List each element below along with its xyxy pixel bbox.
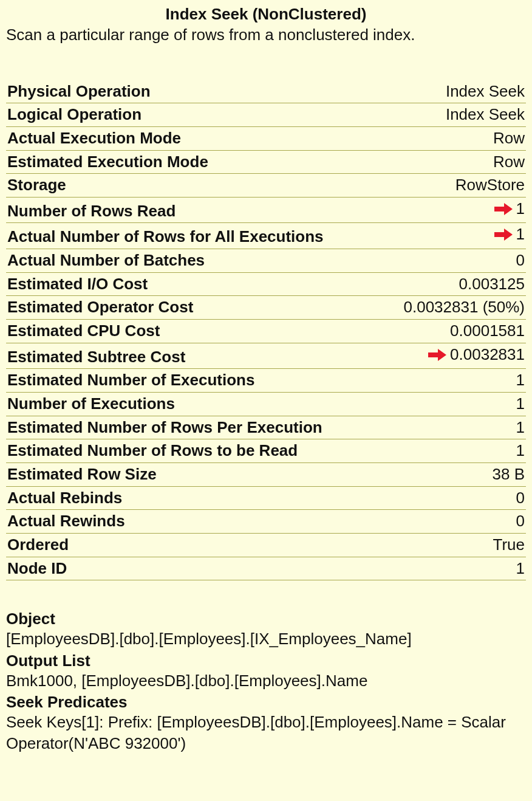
property-value-wrap: 0.003125 [459, 273, 525, 296]
property-label: Estimated Row Size [7, 463, 157, 486]
property-value-wrap: Index Seek [446, 80, 525, 103]
property-label: Estimated I/O Cost [7, 273, 148, 296]
property-row: Node ID1 [6, 557, 526, 581]
property-label: Estimated Number of Rows to be Read [7, 439, 298, 462]
property-row: Estimated Operator Cost0.0032831 (50%) [6, 296, 526, 320]
highlight-arrow-icon [427, 348, 448, 362]
operator-title: Index Seek (NonClustered) [6, 5, 526, 24]
section-label: Seek Predicates [6, 693, 526, 712]
property-row: Estimated Number of Rows Per Execution1 [6, 416, 526, 440]
property-value-wrap: Row [493, 127, 525, 150]
property-row: Number of Rows Read1 [6, 198, 526, 224]
property-label: Estimated CPU Cost [7, 320, 160, 343]
property-row: Actual Number of Batches0 [6, 249, 526, 273]
property-label: Ordered [7, 534, 69, 557]
highlight-arrow-icon [493, 202, 514, 216]
property-row: StorageRowStore [6, 174, 526, 198]
property-value-wrap: 0 [516, 487, 525, 510]
property-label: Estimated Number of Executions [7, 369, 254, 392]
property-value: 0.0001581 [450, 320, 525, 343]
property-value: Row [493, 127, 525, 150]
property-label: Estimated Execution Mode [7, 151, 208, 174]
property-rows: Physical OperationIndex SeekLogical Oper… [6, 80, 526, 581]
property-value-wrap: 0.0032831 (50%) [404, 296, 525, 319]
property-value-wrap: 1 [493, 198, 525, 221]
property-value-wrap: True [493, 534, 525, 557]
property-row: Physical OperationIndex Seek [6, 80, 526, 104]
property-value: 0.0032831 (50%) [404, 296, 525, 319]
detail-sections: Object[EmployeesDB].[dbo].[Employees].[I… [6, 610, 526, 754]
property-value-wrap: 1 [516, 439, 525, 462]
property-label: Actual Number of Rows for All Executions [7, 225, 324, 249]
property-value: 0.003125 [459, 273, 525, 296]
property-value-wrap: 0.0001581 [450, 320, 525, 343]
property-row: Estimated Number of Executions1 [6, 369, 526, 393]
property-value: 0 [516, 249, 525, 272]
property-value: 0 [516, 510, 525, 533]
property-label: Estimated Subtree Cost [7, 346, 185, 369]
property-value-wrap: 1 [516, 557, 525, 580]
property-row: Estimated I/O Cost0.003125 [6, 273, 526, 297]
property-row: Number of Executions1 [6, 393, 526, 416]
property-value-wrap: 0 [516, 249, 525, 272]
property-value-wrap: 1 [516, 393, 525, 416]
property-value: 1 [516, 416, 525, 439]
property-label: Estimated Operator Cost [7, 296, 193, 319]
property-value-wrap: Index Seek [446, 103, 525, 126]
section-label: Object [6, 610, 526, 628]
property-label: Actual Rebinds [7, 487, 122, 510]
property-value: 1 [516, 223, 525, 246]
property-value: 1 [516, 439, 525, 462]
section-value: [EmployeesDB].[dbo].[Employees].[IX_Empl… [6, 628, 526, 650]
property-value: True [493, 534, 525, 557]
property-value: 0 [516, 487, 525, 510]
property-label: Estimated Number of Rows Per Execution [7, 416, 322, 439]
tooltip-panel: Index Seek (NonClustered) Scan a particu… [0, 0, 532, 766]
property-row: Estimated Number of Rows to be Read1 [6, 439, 526, 463]
property-label: Actual Number of Batches [7, 249, 205, 272]
property-label: Number of Executions [7, 393, 175, 416]
property-label: Actual Rewinds [7, 510, 125, 533]
property-label: Storage [7, 174, 66, 197]
property-row: Estimated Row Size38 B [6, 463, 526, 487]
property-label: Node ID [7, 557, 67, 580]
property-row: Estimated Execution ModeRow [6, 151, 526, 174]
highlight-arrow-icon [493, 227, 514, 242]
property-value: 1 [516, 369, 525, 392]
property-value: Index Seek [446, 103, 525, 126]
property-value: 0.0032831 [450, 343, 525, 366]
property-value: Row [493, 151, 525, 174]
property-row: OrderedTrue [6, 534, 526, 557]
property-row: Estimated CPU Cost0.0001581 [6, 320, 526, 343]
property-label: Logical Operation [7, 103, 142, 126]
property-row: Actual Number of Rows for All Executions… [6, 223, 526, 249]
property-value: 1 [516, 557, 525, 580]
property-value-wrap: 1 [516, 416, 525, 439]
section-value: Seek Keys[1]: Prefix: [EmployeesDB].[dbo… [6, 712, 526, 754]
property-value: 1 [516, 198, 525, 221]
property-row: Estimated Subtree Cost0.0032831 [6, 343, 526, 370]
property-row: Actual Rewinds0 [6, 510, 526, 534]
property-value-wrap: 0 [516, 510, 525, 533]
section-label: Output List [6, 651, 526, 670]
property-value-wrap: 1 [516, 369, 525, 392]
property-value-wrap: 0.0032831 [427, 343, 525, 366]
property-value: 38 B [493, 463, 525, 486]
property-value-wrap: RowStore [455, 174, 525, 197]
property-value-wrap: 38 B [493, 463, 525, 486]
property-label: Actual Execution Mode [7, 127, 181, 150]
property-value: RowStore [455, 174, 525, 197]
property-row: Logical OperationIndex Seek [6, 103, 526, 127]
section-value: Bmk1000, [EmployeesDB].[dbo].[Employees]… [6, 670, 526, 692]
property-value: 1 [516, 393, 525, 416]
property-value-wrap: Row [493, 151, 525, 174]
property-label: Number of Rows Read [7, 200, 176, 223]
property-label: Physical Operation [7, 80, 151, 103]
property-value: Index Seek [446, 80, 525, 103]
operator-description: Scan a particular range of rows from a n… [6, 25, 526, 45]
property-row: Actual Execution ModeRow [6, 127, 526, 151]
property-value-wrap: 1 [493, 223, 525, 246]
property-row: Actual Rebinds0 [6, 487, 526, 511]
